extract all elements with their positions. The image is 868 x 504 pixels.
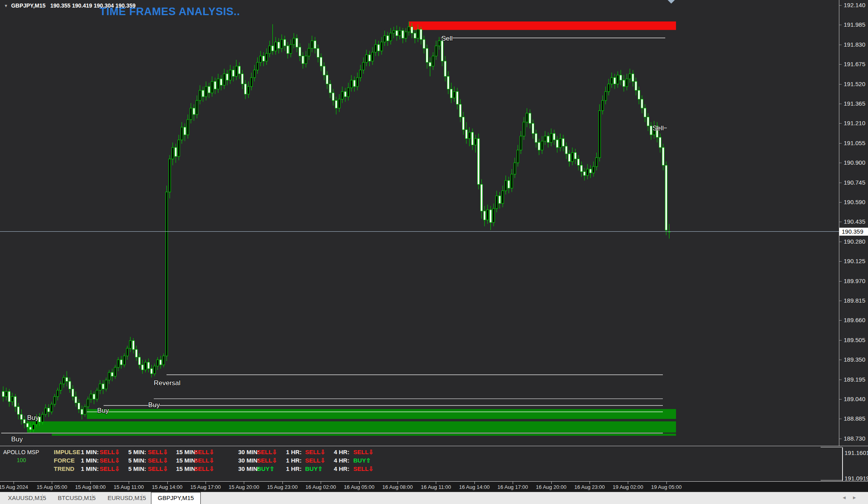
tab-eurusd[interactable]: EURUSD,M15 [108,494,146,501]
candle [417,30,419,38]
candle [78,403,80,410]
chart-tab-bar: XAUUSD,M15BTCUSD,M15EURUSD,M15GBPJPY,M15… [0,492,868,504]
candle [353,80,355,87]
candle [565,146,567,154]
candle [196,100,198,114]
time-tick-label: 15 Aug 23:00 [267,484,298,490]
candle [478,139,480,185]
candle [457,92,458,104]
chart-object-label[interactable]: Sell [652,124,664,132]
candle [305,56,307,63]
candle [378,45,380,51]
tab-gbpjpy[interactable]: GBPJPY,M15 [151,492,201,504]
candle [45,408,47,414]
indicator-scale[interactable]: 191.1601191.0919 [839,447,868,481]
candle [102,384,104,389]
candle [599,111,601,158]
candle [135,350,137,357]
time-axis[interactable]: 15 Aug 202415 Aug 05:0015 Aug 08:0015 Au… [0,482,868,492]
sell-supply-zone[interactable] [409,22,676,30]
candle [41,414,43,422]
tabs-scroll-left-icon[interactable]: ◄ [842,495,852,500]
candle [529,113,531,123]
price-tick-mark [839,64,842,65]
candle [60,384,62,390]
chart-object-label[interactable]: Buy [97,407,109,414]
candle [605,92,607,100]
candle [584,171,586,175]
candle [614,78,616,84]
symbol-period-label: GBPJPY,M15 [11,2,45,9]
candle [166,192,168,356]
tabs-scroll-right-icon[interactable]: ► [852,495,862,500]
price-tick-label: 189.195 [844,376,865,383]
candle [399,31,401,36]
candle [11,397,13,402]
buy-demand-zone-3[interactable] [52,434,676,436]
tab-divider [142,494,142,501]
candle [87,399,89,407]
candle [232,70,234,77]
candle [238,66,240,74]
candle [24,419,25,423]
symbol-dropdown-icon[interactable]: ▼ [4,4,8,8]
candle [550,134,552,142]
time-tick-label: 15 Aug 20:00 [229,484,259,490]
candle [8,392,10,402]
price-tick-mark [839,281,842,282]
timeframe-label: 1 MIN: [81,457,99,464]
candle [562,139,564,146]
candle [372,52,374,61]
candle [199,91,201,100]
chart-canvas[interactable]: SellSellReversalBuyBuyBuyBuy ▼GBPJPY,M15… [0,0,839,446]
chart-object-label[interactable]: Buy [27,414,39,421]
candle [54,397,56,404]
indicator-scale-label: 191.1601 [844,449,868,456]
candle [441,41,443,61]
candle [432,56,434,66]
chart-object-label[interactable]: Buy [148,401,160,409]
chart-object-label[interactable]: Sell [441,35,453,42]
chart-object-label[interactable]: Buy [11,435,23,443]
candle [323,66,325,75]
indicator-panel: APOLLO MSP 100 IMPULSE1 MIN:SELL⇩5 MIN:S… [0,447,839,481]
candle [493,209,495,222]
candle [69,381,71,389]
watermark-text: TIME FRAMES ANALYSIS.. [100,6,240,18]
candle [426,48,428,62]
candle [523,122,525,136]
timeframe-label: 30 MIN: [238,457,259,464]
candle [632,74,634,81]
signal-sell: SELL⇩ [305,457,325,464]
candle [423,39,425,48]
tab-divider [92,494,92,501]
chart-shift-marker-icon[interactable] [668,0,675,4]
candle [229,70,231,80]
tab-xauusd[interactable]: XAUUSD,M15 [8,494,46,501]
buy-demand-zone-2[interactable] [27,421,676,433]
price-tick-label: 189.970 [844,278,865,284]
time-tick-label: 16 Aug 20:00 [536,484,566,490]
price-tick-label: 190.435 [844,218,865,225]
subwindow-separator[interactable] [0,446,868,446]
chart-object-label[interactable]: Reversal [154,379,180,387]
candle [175,148,177,156]
candle [547,136,549,142]
time-tick-label: 15 Aug 17:00 [190,484,221,490]
candle [402,31,404,38]
candle [26,423,28,427]
indicator-row-name: IMPULSE [54,449,80,455]
price-axis[interactable]: 190.359 192.140191.985191.830191.675191.… [839,0,868,446]
price-tick-mark [839,143,842,144]
candle [263,56,265,61]
signal-buy: BUY⇧ [257,465,274,472]
candle [245,84,247,94]
candle [502,191,504,203]
price-tick-label: 189.660 [844,317,865,323]
candle [184,127,186,135]
candle [393,31,395,33]
candle [532,123,534,133]
buy-demand-zone-1[interactable] [87,409,676,419]
tab-btcusd[interactable]: BTCUSD,M15 [58,494,96,501]
candle [302,56,304,63]
